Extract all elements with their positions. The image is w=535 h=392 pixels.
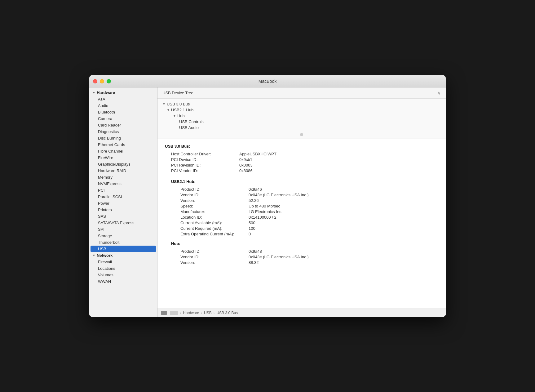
breadcrumb-sep3: › [214, 311, 215, 315]
titlebar: MacBook [89, 75, 446, 87]
detail-content: USB 3.0 Bus: Host Controller Driver: App… [157, 139, 446, 309]
network-section-header[interactable]: ▼ Network [89, 252, 157, 259]
sidebar-item-hardware-raid[interactable]: Hardware RAID [89, 167, 157, 174]
tree-item-usb-audio[interactable]: USB Audio [157, 125, 446, 131]
detail-label: Host Controller Driver: [171, 152, 239, 156]
collapse-icon[interactable]: ∧ [437, 90, 441, 96]
detail-row: Speed: Up to 480 Mb/sec [180, 204, 438, 208]
sidebar-item-storage[interactable]: Storage [89, 233, 157, 239]
sidebar-item-fibre-channel[interactable]: Fibre Channel [89, 148, 157, 154]
maximize-button[interactable] [107, 79, 111, 83]
sidebar-item-audio[interactable]: Audio [89, 102, 157, 109]
tree-item-usb30bus[interactable]: ▼ USB 3.0 Bus [157, 101, 446, 107]
tree-label: USB Controls [179, 119, 204, 124]
sidebar-item-diagnostics[interactable]: Diagnostics [89, 128, 157, 135]
tree-triangle: ▼ [173, 114, 176, 118]
hardware-triangle: ▼ [92, 91, 95, 94]
sidebar-item-volumes[interactable]: Volumes [89, 272, 157, 278]
sidebar-item-sas[interactable]: SAS [89, 213, 157, 220]
detail-label: Product ID: [180, 187, 249, 192]
detail-row: Location ID: 0x14100000 / 2 [180, 215, 438, 220]
sidebar-item-parallel-scsi[interactable]: Parallel SCSI [89, 194, 157, 200]
breadcrumb-sep1: › [180, 311, 181, 315]
detail-label: Vendor ID: [180, 193, 249, 197]
tree-area: ▼ USB 3.0 Bus ▼ USB2.1 Hub ▼ Hub USB Con… [157, 99, 446, 139]
sidebar-item-graphics-displays[interactable]: Graphics/Displays [89, 161, 157, 167]
sidebar-item-wwan[interactable]: WWAN [89, 278, 157, 285]
detail-header-title: USB Device Tree [162, 91, 193, 95]
window-title: MacBook [259, 79, 276, 84]
tree-item-hub[interactable]: ▼ Hub [157, 113, 446, 119]
close-button[interactable] [93, 79, 97, 83]
detail-value: 0x9a48 [249, 249, 262, 254]
breadcrumb-computer-name [170, 311, 178, 315]
sidebar-item-spi[interactable]: SPI [89, 226, 157, 233]
detail-row: Vendor ID: 0x043e (LG Electronics USA In… [180, 193, 438, 197]
sidebar-item-sata[interactable]: SATA/SATA Express [89, 220, 157, 226]
detail-value: 0x0003 [239, 163, 253, 167]
sidebar-item-power[interactable]: Power [89, 200, 157, 207]
detail-row: Current Required (mA): 100 [180, 226, 438, 231]
tree-triangle: ▼ [162, 102, 166, 106]
detail-value: 52.26 [249, 198, 259, 203]
sidebar-item-ata[interactable]: ATA [89, 96, 157, 102]
tree-item-usb-controls[interactable]: USB Controls [157, 119, 446, 125]
hub-detail-table: Product ID: 0x9a46 Vendor ID: 0x043e (LG… [180, 187, 438, 236]
detail-value: 500 [249, 220, 255, 225]
sidebar-item-pci[interactable]: PCI [89, 187, 157, 194]
detail-header: USB Device Tree ∧ [157, 87, 446, 99]
detail-label: Current Available (mA): [180, 220, 249, 225]
detail-value: 100 [249, 226, 255, 231]
breadcrumb-hardware: Hardware [183, 311, 199, 315]
sidebar-item-firewire[interactable]: FireWire [89, 154, 157, 161]
tree-label: USB 3.0 Bus [167, 102, 190, 106]
sidebar-item-firewall[interactable]: Firewall [89, 259, 157, 265]
sidebar-item-thunderbolt[interactable]: Thunderbolt [89, 239, 157, 246]
sidebar-item-printers[interactable]: Printers [89, 207, 157, 213]
tree-item-usb21hub[interactable]: ▼ USB2.1 Hub [157, 107, 446, 113]
hub2-detail-table: Product ID: 0x9a48 Vendor ID: 0x043e (LG… [180, 249, 438, 265]
tree-label: USB2.1 Hub [171, 108, 193, 112]
hardware-section-header[interactable]: ▼ Hardware [89, 89, 157, 96]
detail-label: Manufacturer: [180, 209, 249, 214]
sidebar-item-locations[interactable]: Locations [89, 265, 157, 272]
detail-label: Extra Operating Current (mA): [180, 232, 249, 236]
detail-row: Version: 52.26 [180, 198, 438, 203]
sidebar-item-disc-burning[interactable]: Disc Burning [89, 135, 157, 141]
detail-label: Product ID: [180, 249, 249, 254]
hub2-section-title: Hub: [171, 241, 438, 246]
detail-row: Vendor ID: 0x043e (LG Electronics USA In… [180, 255, 438, 259]
sidebar: ▼ Hardware ATA Audio Bluetooth Camera Ca… [89, 87, 157, 317]
detail-row: Version: 88.32 [180, 260, 438, 265]
tree-triangle: ▼ [167, 108, 170, 112]
detail-row: Current Available (mA): 500 [180, 220, 438, 225]
detail-label: PCI Revision ID: [171, 163, 239, 167]
computer-icon [161, 311, 167, 315]
breadcrumb-sep2: › [201, 311, 202, 315]
tree-label: USB Audio [179, 125, 199, 130]
main-content: ▼ Hardware ATA Audio Bluetooth Camera Ca… [89, 87, 446, 317]
tree-label: Hub [177, 114, 185, 118]
minimize-button[interactable] [100, 79, 104, 83]
sidebar-item-bluetooth[interactable]: Bluetooth [89, 109, 157, 115]
sidebar-item-memory[interactable]: Memory [89, 174, 157, 180]
detail-label: Current Required (mA): [180, 226, 249, 231]
sidebar-item-usb[interactable]: USB [91, 246, 156, 252]
detail-value: 0x043e (LG Electronics USA Inc.) [249, 255, 309, 259]
detail-row: Product ID: 0x9a46 [180, 187, 438, 192]
detail-panel: USB Device Tree ∧ ▼ USB 3.0 Bus ▼ USB2.1… [157, 87, 446, 317]
sidebar-item-camera[interactable]: Camera [89, 115, 157, 122]
sidebar-item-ethernet-cards[interactable]: Ethernet Cards [89, 141, 157, 148]
detail-label: Speed: [180, 204, 249, 208]
network-triangle: ▼ [92, 254, 95, 257]
detail-value: LG Electronics Inc. [249, 209, 282, 214]
detail-label: PCI Device ID: [171, 157, 239, 162]
detail-label: Version: [180, 260, 249, 265]
sidebar-item-nvmexpress[interactable]: NVMExpress [89, 180, 157, 187]
detail-label: Version: [180, 198, 249, 203]
detail-value: 0x043e (LG Electronics USA Inc.) [249, 193, 309, 197]
detail-value: 0x8086 [239, 168, 253, 173]
sidebar-item-card-reader[interactable]: Card Reader [89, 122, 157, 128]
detail-value: 0x9a46 [249, 187, 262, 192]
main-detail-table: Host Controller Driver: AppleUSBXHCIWPT … [171, 152, 438, 173]
